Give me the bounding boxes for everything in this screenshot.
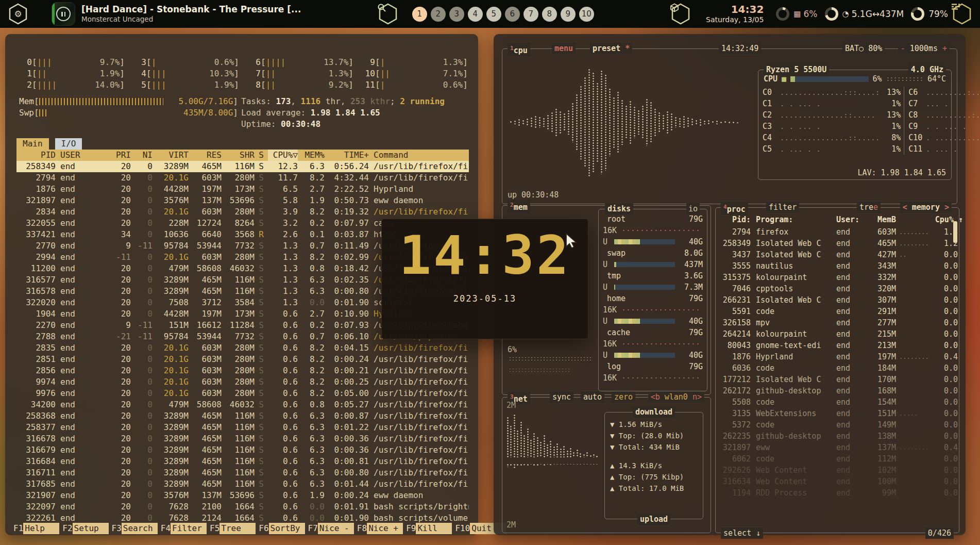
fkey-tree[interactable]: F5Tree	[207, 523, 256, 534]
fkey-nice[interactable]: F8Nice +	[354, 523, 403, 534]
proc-row[interactable]: 262235github-desktopend138M0.0	[719, 431, 952, 442]
net-sync-toggle[interactable]: sync	[550, 391, 573, 403]
proc-row[interactable]: 177212Isolated Web Cend170M0.0	[719, 374, 952, 385]
net-zero-toggle[interactable]: zero	[612, 391, 635, 403]
proc-scrollbar[interactable]	[953, 221, 957, 243]
search-button[interactable]	[377, 3, 399, 25]
table-row[interactable]: 317685end2003289M465M116MS0.66.30:01.44/…	[16, 478, 469, 490]
table-row[interactable]: 1876end2004428M197M173MS6.52.72:22.52Hyp…	[16, 184, 469, 195]
io-title[interactable]: io	[686, 203, 700, 214]
workspace-9[interactable]: 9	[561, 7, 576, 22]
tab-main[interactable]: Main	[16, 138, 49, 150]
workspace-6[interactable]: 6	[505, 7, 520, 22]
proc-filter-button[interactable]: filter	[766, 202, 799, 213]
workspace-4[interactable]: 4	[468, 7, 483, 22]
preset-button[interactable]: preset *	[590, 43, 632, 54]
fkey-search[interactable]: F3Search	[109, 523, 158, 534]
proc-row[interactable]: 316634Web Contentend100M0.0	[719, 476, 952, 487]
menu-button[interactable]	[951, 3, 973, 25]
topbar-clock[interactable]: 14:32 Saturday, 13/05	[706, 4, 764, 24]
tab-io[interactable]: I/O	[55, 138, 82, 150]
top-bar: ⚙ [Hard Dance] - Stonebank - The Pressur…	[0, 0, 980, 28]
cpu-box-title[interactable]: 1cpu	[508, 43, 530, 56]
workspace-3[interactable]: 3	[449, 7, 464, 22]
update-interval-control[interactable]: - 1000ms +	[898, 43, 950, 54]
process-table-header[interactable]: PID USER PRI NI VIRT RES SHR S CPU%▽ MEM…	[16, 150, 469, 161]
proc-row[interactable]: 3135WebExtensionsend151M.....0.0	[719, 408, 952, 419]
workspace-5[interactable]: 5	[486, 7, 501, 22]
net-auto-toggle[interactable]: auto	[581, 391, 604, 403]
table-row[interactable]: 2851end20020.1G603M280MS0.68.20:00.24/us…	[16, 354, 469, 365]
proc-row[interactable]: 5372codeend149M0.0	[719, 419, 952, 431]
net-graph-column	[530, 439, 532, 457]
proc-row[interactable]: 258349Isolated Web Cend465M..........1.2	[719, 238, 952, 249]
proc-row[interactable]: 7046cpptoolsend320M0.0	[719, 283, 952, 294]
mem-box-title[interactable]: 2mem	[508, 200, 530, 213]
net-interface-switcher[interactable]: <b wlan0 n>	[648, 391, 704, 403]
fkey-setup[interactable]: F2Setup	[59, 523, 108, 534]
proc-select-hint[interactable]: select ↓	[721, 527, 763, 539]
workspace-2[interactable]: 2	[431, 7, 446, 22]
proc-row[interactable]: 315375kolourpaintend332M0.0	[719, 272, 952, 283]
table-row[interactable]: 316679end2003289M465M116MS0.66.30:00.36/…	[16, 444, 469, 456]
table-row[interactable]: 2856end20020.1G603M280MS0.68.20:00.21/us…	[16, 365, 469, 376]
table-row[interactable]: 322097end200762821001664S0.60.00:01.91ba…	[16, 501, 469, 513]
table-row[interactable]: 2835end20020.1G603M280MS0.68.20:04.15/us…	[16, 342, 469, 354]
net-info-box: download ▼ 1.56 MiB/s▼ Top: (28.0 Mib)▼ …	[604, 412, 703, 519]
proc-row[interactable]: 292626Web Contentend102M0.0	[719, 465, 952, 476]
proc-row[interactable]: 5508codeend154M0.0	[719, 397, 952, 408]
table-row[interactable]: 9974end20020.1G603M280MS0.68.20:00.25/us…	[16, 376, 469, 388]
proc-row[interactable]: 5591codeend291M0.0	[719, 306, 952, 317]
fkey-filter[interactable]: F4Filter	[158, 523, 207, 534]
proc-row[interactable]: 321897ewwend137M..........0.4	[719, 442, 952, 453]
workspace-7[interactable]: 7	[523, 7, 538, 22]
settings-gear-button[interactable]: ⚙	[7, 3, 29, 25]
proc-tree-toggle[interactable]: tree	[857, 202, 881, 213]
table-row[interactable]: 316684end2003289M465M116MS0.66.30:00.81/…	[16, 456, 469, 467]
table-row[interactable]: 321907end2003576M137M53696S0.61.90:00.24…	[16, 490, 469, 501]
package-button[interactable]	[670, 3, 691, 25]
workspace-10[interactable]: 10	[579, 7, 594, 22]
core-name: C5	[763, 143, 780, 155]
proc-row[interactable]: 1876Hyprlandend197M..........0.4	[719, 351, 952, 362]
table-row[interactable]: 316711end2003289M465M116MS0.66.30:00.80/…	[16, 467, 469, 478]
menu-button-btop[interactable]: menu	[552, 43, 576, 54]
table-row[interactable]: 258368end2003289M465M116MS0.66.30:00.87/…	[16, 410, 469, 422]
proc-row[interactable]: 262172github-desktopend168M0.0	[719, 385, 952, 397]
table-row[interactable]: 258377end2003289M465M116MS0.66.30:01.22/…	[16, 422, 469, 433]
proc-box-title[interactable]: 4proc	[721, 202, 748, 215]
table-row[interactable]: 34200end200479M5860846032S0.60.80:05.27/…	[16, 399, 469, 410]
table-row[interactable]: 9976end20020.1G603M280MS0.68.20:05.00/us…	[16, 388, 469, 399]
table-row[interactable]: 258349end2003289M465M116MS12.36.30:56.24…	[16, 161, 469, 172]
fkey-kill[interactable]: F9Kill	[403, 523, 452, 534]
core-row-c8: C8..........:..::......9%	[908, 109, 980, 121]
cpu7-meter: 7[||1.3%]	[245, 68, 353, 79]
table-row[interactable]: 2794end20020.1G603M280MS11.78.24:32.44/u…	[16, 172, 469, 184]
proc-row[interactable]: 1194RDD Processend99M0.0	[719, 487, 952, 499]
proc-row[interactable]: 80043gnome-text-ediend213M0.0	[719, 340, 952, 351]
fkey-nice[interactable]: F7Nice -	[305, 523, 354, 534]
album-art[interactable]	[52, 2, 75, 26]
proc-row[interactable]: 3437Isolated Web Cend427M..0.0	[719, 249, 952, 260]
fkey-help[interactable]: F1Help	[10, 523, 59, 534]
table-row[interactable]: 322261end200762821241664S0.60.00:01.90ba…	[16, 513, 469, 524]
proc-row[interactable]: 326158mpvend277M0.0	[719, 317, 952, 328]
now-playing[interactable]: [Hard Dance] - Stonebank - The Pressure …	[81, 4, 301, 24]
proc-row[interactable]: 266231Isolated Web Cend307M0.0	[719, 294, 952, 306]
disk-io-scale: 16K	[603, 372, 619, 384]
table-row[interactable]: 321897end2003576M137M53696S5.81.90:50.73…	[16, 195, 469, 206]
fkey-sortby[interactable]: F6SortBy	[256, 523, 305, 534]
proc-row[interactable]: 6036codeend184M0.0	[719, 362, 952, 374]
proc-row[interactable]: 264214kolourpaintend215M0.0	[719, 328, 952, 340]
disk-name-row: cache79G	[603, 327, 703, 338]
proc-row[interactable]: 6062codeend112M0.0	[719, 453, 952, 465]
proc-row[interactable]: 2794firefoxend603M..........1.3	[719, 226, 952, 238]
proc-sort-selector[interactable]: < memory >	[900, 202, 952, 213]
table-row[interactable]: 2834end20020.1G603M280MS3.98.20:19.32/us…	[16, 206, 469, 218]
disks-title[interactable]: disks	[605, 203, 633, 214]
workspace-1[interactable]: 1	[412, 7, 427, 22]
pause-icon	[56, 7, 71, 21]
proc-row[interactable]: 3555nautilusend343M0.0	[719, 260, 952, 272]
workspace-8[interactable]: 8	[542, 7, 557, 22]
table-row[interactable]: 316678end2003289M465M116MS0.66.30:00.36/…	[16, 433, 469, 444]
